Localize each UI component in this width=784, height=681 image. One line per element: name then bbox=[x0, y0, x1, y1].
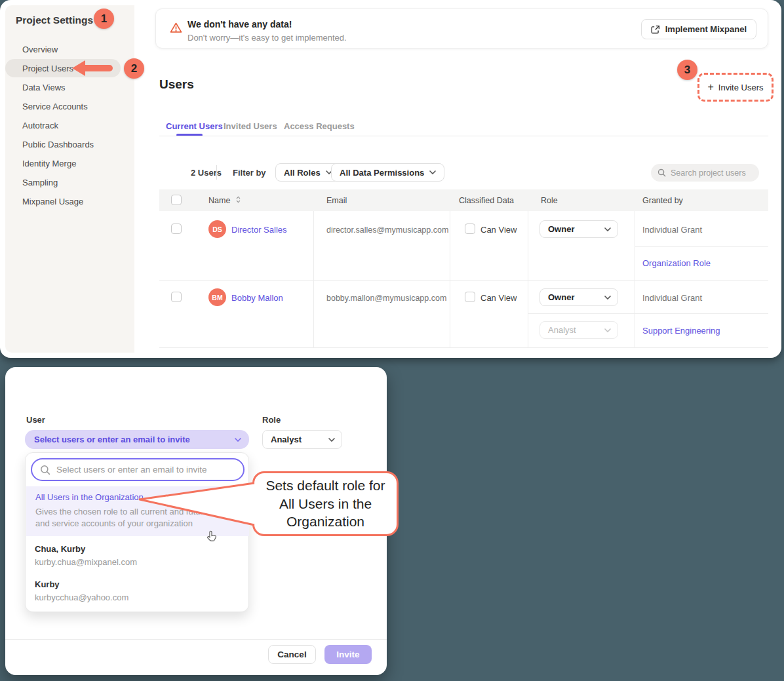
no-data-banner: We don't have any data! Don't worry—it's… bbox=[155, 9, 768, 49]
granted-by-value: Individual Grant bbox=[642, 293, 702, 303]
user-field-label: User bbox=[26, 415, 45, 425]
toolbar-divider bbox=[216, 165, 217, 180]
search-input[interactable] bbox=[671, 168, 753, 178]
tabs-divider bbox=[159, 136, 768, 136]
sidebar-item-data-views[interactable]: Data Views bbox=[22, 78, 66, 97]
sidebar-item-project-users[interactable]: Project Users bbox=[22, 59, 73, 78]
callout-arrow bbox=[135, 467, 256, 530]
column-header-email[interactable]: Email bbox=[326, 196, 347, 205]
annotation-step-1-badge: 1 bbox=[94, 9, 114, 29]
sidebar-item-identity-merge[interactable]: Identity Merge bbox=[22, 154, 76, 173]
annotation-arrow-head bbox=[72, 60, 85, 76]
cell-divider bbox=[528, 313, 768, 314]
search-icon bbox=[40, 465, 50, 475]
sidebar-item-autotrack[interactable]: Autotrack bbox=[22, 116, 58, 135]
select-all-checkbox[interactable] bbox=[171, 195, 182, 205]
chevron-down-icon bbox=[604, 328, 611, 332]
search-icon bbox=[657, 168, 666, 177]
cancel-button[interactable]: Cancel bbox=[268, 645, 316, 664]
column-header-classified[interactable]: Classified Data bbox=[459, 196, 514, 205]
user-email: bobby.mallon@mymusicapp.com bbox=[326, 294, 446, 303]
role-select[interactable]: Analyst bbox=[262, 430, 342, 449]
sidebar-item-sampling[interactable]: Sampling bbox=[22, 173, 58, 192]
tab-invited-users[interactable]: Invited Users bbox=[224, 121, 277, 131]
table-bottom-divider bbox=[159, 347, 768, 348]
sidebar-item-mixpanel-usage[interactable]: Mixpanel Usage bbox=[22, 192, 83, 211]
banner-title: We don't have any data! bbox=[187, 19, 292, 29]
user-multiselect[interactable]: Select users or enter an email to invite bbox=[25, 430, 249, 449]
column-divider bbox=[635, 211, 635, 347]
user-name-link[interactable]: Bobby Mallon bbox=[231, 293, 283, 303]
search-project-users[interactable] bbox=[651, 164, 759, 182]
filter-all-data-permissions[interactable]: All Data Permissions bbox=[331, 163, 444, 182]
user-email: director.salles@mymusicapp.com bbox=[326, 225, 448, 235]
can-view-label: Can View bbox=[480, 293, 517, 303]
warning-icon bbox=[169, 21, 183, 37]
avatar: DS bbox=[208, 220, 226, 238]
sidebar-title: Project Settings bbox=[16, 14, 93, 26]
role-select[interactable]: Owner bbox=[539, 220, 618, 238]
avatar: BM bbox=[208, 288, 226, 306]
row-checkbox[interactable] bbox=[171, 292, 182, 302]
chevron-down-icon bbox=[429, 170, 436, 174]
sidebar-item-public-dashboards[interactable]: Public Dashboards bbox=[22, 135, 94, 154]
banner-subtitle: Don't worry—it's easy to get implemented… bbox=[187, 33, 347, 43]
can-view-label: Can View bbox=[480, 225, 517, 235]
page-title: Users bbox=[159, 77, 194, 92]
cell-divider bbox=[635, 246, 768, 247]
user-name-link[interactable]: Director Salles bbox=[231, 225, 287, 235]
annotation-step-2-badge: 2 bbox=[124, 58, 144, 79]
row-divider bbox=[159, 280, 768, 281]
can-view-checkbox[interactable] bbox=[465, 224, 475, 234]
column-header-name[interactable]: Name bbox=[208, 196, 241, 205]
chevron-down-icon bbox=[235, 438, 241, 442]
chevron-down-icon bbox=[604, 227, 611, 231]
granted-by-value: Individual Grant bbox=[642, 225, 702, 235]
granted-by-link[interactable]: Support Engineering bbox=[642, 326, 720, 336]
option-user[interactable]: Kurby kurbycchua@yahoo.com bbox=[35, 579, 128, 604]
role-select-disabled: Analyst bbox=[539, 321, 618, 339]
role-select[interactable]: Owner bbox=[539, 288, 618, 306]
invite-users-button[interactable]: + Invite Users bbox=[697, 73, 774, 102]
column-header-role[interactable]: Role bbox=[541, 196, 558, 205]
role-field-label: Role bbox=[262, 415, 281, 425]
project-settings-panel: Project Settings Overview Project Users … bbox=[0, 0, 781, 358]
chevron-down-icon bbox=[604, 296, 611, 300]
tab-access-requests[interactable]: Access Requests bbox=[284, 121, 355, 131]
column-header-granted-by[interactable]: Granted by bbox=[642, 196, 683, 205]
invite-button[interactable]: Invite bbox=[324, 645, 372, 664]
column-divider bbox=[313, 211, 314, 347]
granted-by-link[interactable]: Organization Role bbox=[642, 258, 711, 268]
column-divider bbox=[450, 211, 450, 347]
column-divider bbox=[528, 211, 528, 347]
filter-by-label: Filter by bbox=[233, 168, 266, 178]
sort-icon bbox=[236, 196, 241, 203]
sidebar-item-service-accounts[interactable]: Service Accounts bbox=[22, 97, 88, 116]
tab-current-users[interactable]: Current Users bbox=[166, 121, 223, 131]
modal-footer-divider bbox=[5, 639, 387, 640]
can-view-checkbox[interactable] bbox=[465, 292, 475, 302]
annotation-arrow bbox=[84, 65, 113, 71]
plus-icon: + bbox=[708, 82, 714, 92]
sidebar-item-overview[interactable]: Overview bbox=[22, 40, 58, 59]
row-checkbox[interactable] bbox=[171, 224, 182, 234]
external-link-icon bbox=[651, 25, 660, 34]
cursor-pointer-icon bbox=[206, 530, 218, 546]
annotation-step-3-badge: 3 bbox=[677, 60, 697, 80]
implement-mixpanel-button[interactable]: Implement Mixpanel bbox=[641, 19, 756, 39]
callout-bubble: Sets default role for All Users in the O… bbox=[252, 471, 399, 536]
chevron-down-icon bbox=[328, 438, 335, 442]
option-user[interactable]: Chua, Kurby kurby.chua@mixpanel.com bbox=[35, 544, 137, 568]
